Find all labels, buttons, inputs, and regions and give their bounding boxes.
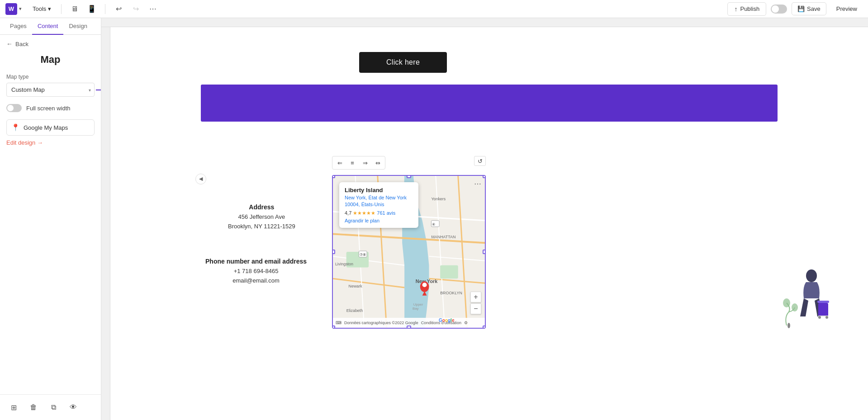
align-left-button[interactable]: ⇐ — [334, 158, 346, 168]
canvas-area[interactable]: ◀ Click here Address 456 Jefferson Ave B… — [101, 18, 868, 420]
svg-text:Yonkers: Yonkers — [431, 197, 446, 201]
divider-1 — [61, 4, 62, 14]
handle-mid-right[interactable] — [483, 250, 486, 254]
map-popup: Liberty Island New York, État de New Yor… — [339, 182, 418, 228]
reset-button[interactable]: ↺ — [474, 156, 486, 166]
address-label: Address — [228, 203, 295, 211]
sidebar-bottom: ⊞ 🗑 ⧉ 👁 — [0, 394, 101, 420]
brand-section: W ▾ — [5, 3, 22, 15]
main-layout: Pages Content Design ← Back Map Map type… — [0, 18, 868, 420]
align-spread-button[interactable]: ⇔ — [372, 158, 384, 168]
svg-text:Elizabeth: Elizabeth — [346, 308, 363, 313]
handle-bottom-left[interactable] — [332, 326, 335, 329]
tab-design[interactable]: Design — [63, 18, 92, 35]
svg-text:Livingston: Livingston — [335, 262, 353, 266]
svg-text:MANHATTAN: MANHATTAN — [431, 235, 455, 239]
layers-button[interactable]: ⧉ — [46, 400, 61, 415]
phone-label: Phone number and email address — [205, 258, 307, 265]
svg-text:④: ④ — [432, 222, 435, 227]
map-widget[interactable]: Wayne Yonkers ckensack Livingston Newark… — [332, 175, 486, 329]
svg-text:Bay: Bay — [413, 307, 419, 311]
align-center-button[interactable]: ≡ — [346, 158, 358, 168]
svg-rect-1 — [818, 303, 828, 316]
top-toolbar: W ▾ Tools ▾ 🖥 📱 ↩ ↪ ⋯ ↑ Publish 💾 Save P… — [0, 0, 868, 18]
left-sidebar: Pages Content Design ← Back Map Map type… — [0, 18, 101, 420]
publish-toggle[interactable] — [771, 5, 787, 14]
svg-rect-2 — [817, 301, 829, 303]
mobile-view-button[interactable]: 📱 — [85, 2, 99, 16]
fullscreen-toggle[interactable] — [6, 104, 22, 112]
save-icon: 💾 — [797, 5, 805, 12]
fullscreen-toggle-knob — [7, 105, 14, 111]
add-section-button[interactable]: ⊞ — [6, 400, 21, 415]
phone-section: Phone number and email address +1 718 69… — [205, 258, 307, 286]
svg-text:Upper: Upper — [413, 302, 423, 307]
svg-point-0 — [806, 269, 817, 282]
fullscreen-label: Full screen width — [26, 105, 71, 112]
sidebar-content: ← Back Map Map type Custom Map Standard … — [0, 35, 101, 394]
canvas-content: Click here Address 456 Jefferson Ave Bro… — [110, 27, 868, 420]
preview-button[interactable]: Preview — [831, 3, 863, 15]
publish-icon: ↑ — [734, 5, 737, 13]
location-icon: 📍 — [11, 123, 20, 132]
tab-pages[interactable]: Pages — [5, 18, 32, 35]
svg-text:Google: Google — [439, 318, 455, 323]
tools-button[interactable]: Tools ▾ — [29, 4, 55, 14]
save-button[interactable]: 💾 Save — [792, 2, 826, 15]
desktop-view-button[interactable]: 🖥 — [68, 2, 81, 16]
map-type-select-wrapper: Custom Map Standard Map Satellite Map ▾ — [6, 83, 95, 97]
map-type-select[interactable]: Custom Map Standard Map Satellite Map — [6, 83, 95, 97]
zoom-out-button[interactable]: − — [470, 303, 481, 314]
three-dots-icon: ⋯ — [474, 179, 481, 188]
back-button[interactable]: ← Back — [6, 40, 95, 47]
undo-button[interactable]: ↩ — [112, 2, 125, 16]
handle-mid-left[interactable] — [332, 250, 335, 254]
handle-top-mid[interactable] — [407, 175, 411, 178]
sidebar-tabs: Pages Content Design — [0, 18, 101, 35]
back-arrow-icon: ← — [6, 40, 13, 47]
brand-logo[interactable]: W — [5, 3, 17, 15]
email-value: email@email.com — [205, 276, 307, 286]
redo-button[interactable]: ↪ — [129, 2, 142, 16]
collapse-sidebar-button[interactable]: ◀ — [195, 174, 206, 184]
align-toolbar: ⇐ ≡ ⇒ ⇔ — [332, 156, 385, 170]
phone-value: +1 718 694-8465 — [205, 267, 307, 276]
zoom-controls: + − — [470, 292, 481, 314]
visibility-button[interactable]: 👁 — [66, 400, 81, 415]
publish-button[interactable]: ↑ Publish — [727, 2, 766, 16]
popup-title: Liberty Island — [345, 187, 413, 193]
svg-text:⑦⑧: ⑦⑧ — [360, 253, 366, 257]
map-widget-container: ⇐ ≡ ⇒ ⇔ ↺ — [332, 156, 486, 329]
svg-point-8 — [787, 323, 790, 328]
brand-chevron-icon[interactable]: ▾ — [19, 6, 22, 12]
handle-top-left[interactable] — [332, 175, 335, 178]
popup-enlarge-link[interactable]: Agrandir le plan — [345, 218, 413, 223]
edit-design-link[interactable]: Edit design → — [6, 139, 95, 146]
handle-bottom-mid[interactable] — [407, 326, 411, 329]
delete-button[interactable]: 🗑 — [26, 400, 41, 415]
align-right-button[interactable]: ⇒ — [359, 158, 371, 168]
handle-top-right[interactable] — [483, 175, 486, 178]
divider-2 — [105, 4, 105, 14]
google-my-maps-option[interactable]: 📍 Google My Maps — [6, 119, 95, 136]
tab-content[interactable]: Content — [32, 18, 64, 35]
zoom-in-button[interactable]: + — [470, 292, 481, 302]
google-logo: Google — [439, 317, 458, 324]
svg-point-39 — [422, 283, 427, 287]
more-options-button[interactable]: ⋯ — [146, 2, 160, 16]
address-line1: 456 Jefferson Ave — [228, 212, 295, 222]
svg-point-7 — [792, 303, 798, 311]
address-line2: Brooklyn, NY 11221-1529 — [228, 222, 295, 231]
map-menu-button[interactable]: ⋯ — [474, 179, 481, 188]
ruler-horizontal — [101, 18, 868, 27]
toggle-knob — [772, 5, 779, 13]
handle-bottom-right[interactable] — [483, 326, 486, 329]
map-type-label: Map type — [6, 74, 95, 80]
click-here-button[interactable]: Click here — [359, 52, 447, 73]
popup-address: New York, État de New York 10004, États-… — [345, 194, 413, 208]
settings-icon: ⚙ — [464, 321, 468, 325]
address-section: Address 456 Jefferson Ave Brooklyn, NY 1… — [228, 203, 295, 231]
stars-icon: ★★★★★ — [353, 210, 375, 216]
ruler-vertical — [101, 27, 110, 420]
svg-rect-21 — [440, 265, 458, 279]
